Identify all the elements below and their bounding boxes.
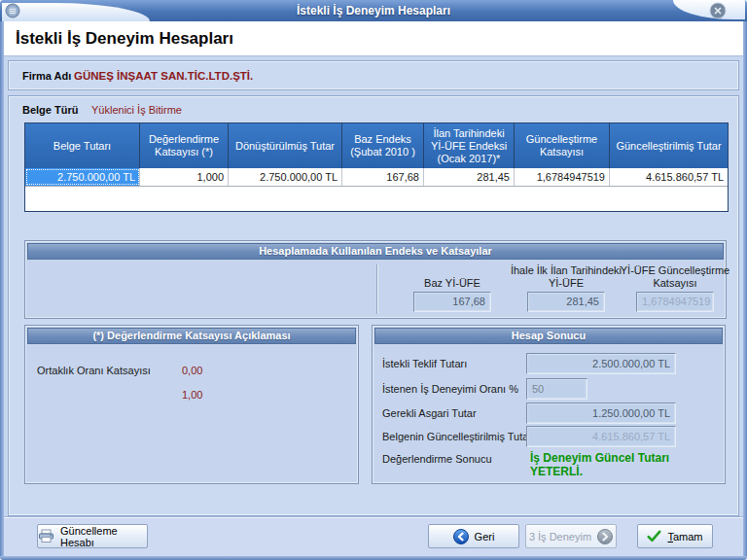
guncel-tutar-label: Belgenin Güncelleştirilmiş Tutarı (382, 426, 535, 447)
tamam-button[interactable]: Tamam (637, 524, 713, 548)
yiufe-katsayi-input: 1,6784947519 (636, 292, 714, 312)
window-menu-icon[interactable] (5, 3, 20, 18)
cell-guncellestirilmis-tutar[interactable]: 4.615.860,57 TL (610, 168, 728, 186)
baz-yiufe-field: Baz Yİ-ÜFE 167,68 (389, 262, 516, 312)
cell-degerlendirme-katsayisi[interactable]: 1,000 (140, 168, 229, 186)
main-panel: Belge Türü Yüklenici İş Bitirme Belge Tu… (8, 95, 739, 516)
guncel-tutar-input: 4.615.860,57 TL (526, 426, 676, 447)
window-border-right (743, 21, 747, 560)
endeks-group: Hesaplamada Kullanılan Endeks ve Katsayı… (24, 240, 727, 319)
ihale-ilan-yiufe-input[interactable]: 281,45 (527, 292, 605, 312)
asgari-tutar-label: Gerekli Asgari Tutar (382, 402, 477, 424)
table-header-row: Belge Tutarı Değerlendirme Katsayısı (*)… (25, 123, 728, 168)
deneyim-orani-input[interactable]: 50 (526, 378, 587, 400)
asgari-tutar-input[interactable]: 1.250.000,00 TL (526, 402, 676, 424)
is-deneyim-next-button: 3 İş Deneyim (525, 524, 617, 548)
table-empty-area (25, 187, 728, 211)
back-arrow-icon (453, 529, 469, 544)
katsayi-group: (*) Değerlendirme Katsayısı Açıklaması O… (24, 325, 359, 484)
experience-table: Belge Tutarı Değerlendirme Katsayısı (*)… (24, 122, 729, 212)
column-header: İlan Tarihindeki Yİ-ÜFE Endeksi (Ocak 20… (424, 123, 515, 168)
column-header: Güncelleştirme Katsayısı (515, 123, 610, 168)
belge-turu-value: Yüklenici İş Bitirme (91, 104, 182, 116)
firma-panel: Firma Adı GÜNEŞ İNŞAAT SAN.TİC.LTD.ŞTİ. (8, 60, 739, 90)
guncelleme-hesabi-label: Güncelleme Hesabı (60, 525, 147, 548)
app-window: İstekli İş Deneyim Hesapları İstekli İş … (0, 0, 747, 560)
belge-turu-label: Belge Türü (22, 104, 78, 116)
column-header: Güncelleştirilmiş Tutar (610, 123, 728, 168)
page-title: İstekli İş Deneyim Hesapları (16, 29, 233, 49)
cell-guncellestirme-katsayisi[interactable]: 1,6784947519 (515, 168, 610, 186)
deneyim-orani-inputwrap: 50 (526, 378, 587, 400)
window-border-bottom (0, 556, 747, 560)
cell-baz-endeks[interactable]: 167,68 (342, 168, 424, 186)
column-header: Baz Endeks (Şubat 2010 ) (342, 123, 424, 168)
teklif-tutari-inputwrap: 2.500.000,00 TL (526, 353, 676, 374)
degerlendirme-sonucu-value: İş Deneyim Güncel Tutarı YETERLİ. (530, 451, 725, 478)
ortaklik-orani-value-1: 0,00 (182, 365, 202, 376)
column-header: Dönüştürülmüş Tutar (229, 123, 342, 168)
column-header: Değerlendirme Katsayısı (*) (140, 123, 229, 168)
page-heading: İstekli İş Deneyim Hesapları (4, 21, 743, 56)
window-border-left (0, 21, 4, 560)
window-title: İstekli İş Deneyim Hesapları (0, 0, 747, 21)
degerlendirme-sonucu-label: Değerlendirme Sonucu (382, 448, 492, 470)
ortaklik-orani-label: Ortaklık Oranı Katsayısı (37, 365, 151, 376)
deneyim-orani-label: İstenen İş Deneyimi Oranı % (382, 378, 518, 400)
teklif-tutari-label: İstekli Teklif Tutarı (382, 353, 467, 374)
guncelleme-hesabi-button[interactable]: Güncelleme Hesabı (37, 524, 148, 548)
baz-yiufe-input[interactable]: 167,68 (413, 292, 491, 312)
titlebar: İstekli İş Deneyim Hesapları (0, 0, 747, 21)
is-deneyim-next-label: 3 İş Deneyim (529, 531, 591, 542)
cell-belge-tutari[interactable]: 2.750.000,00 TL (25, 168, 140, 186)
check-icon (647, 530, 661, 542)
baz-yiufe-label: Baz Yİ-ÜFE (389, 262, 516, 290)
tamam-label: Tamam (667, 531, 702, 542)
geri-label: Geri (475, 531, 495, 542)
hesap-group: Hesap Sonucu İstekli Teklif Tutarı 2.500… (372, 325, 726, 484)
cell-ilan-endeksi[interactable]: 281,45 (424, 168, 515, 186)
yiufe-katsayi-label: Yİ-ÜFE Güncelleştirme Katsayısı (611, 262, 739, 290)
geri-button[interactable]: Geri (428, 524, 519, 548)
firma-value: GÜNEŞ İNŞAAT SAN.TİC.LTD.ŞTİ. (74, 70, 253, 82)
footer-bar: Güncelleme Hesabı Geri 3 İş Deneyim (4, 516, 743, 556)
endeks-divider (376, 264, 377, 314)
teklif-tutari-input[interactable]: 2.500.000,00 TL (526, 353, 676, 374)
forward-arrow-icon (597, 529, 613, 544)
asgari-tutar-inputwrap: 1.250.000,00 TL (526, 402, 676, 424)
yiufe-katsayi-field: Yİ-ÜFE Güncelleştirme Katsayısı 1,678494… (611, 262, 739, 312)
cell-donusturulmus-tutar[interactable]: 2.750.000,00 TL (229, 168, 342, 186)
hesap-group-title: Hesap Sonucu (374, 328, 723, 344)
table-row[interactable]: 2.750.000,00 TL 1,000 2.750.000,00 TL 16… (25, 168, 728, 187)
column-header: Belge Tutarı (25, 123, 140, 168)
firma-label: Firma Adı (22, 70, 71, 82)
ortaklik-orani-value-2: 1,00 (182, 389, 202, 401)
printer-icon (38, 529, 54, 543)
close-icon[interactable] (709, 2, 727, 19)
guncel-tutar-inputwrap: 4.615.860,57 TL (526, 426, 676, 447)
katsayi-group-title: (*) Değerlendirme Katsayısı Açıklaması (27, 328, 356, 344)
endeks-group-title: Hesaplamada Kullanılan Endeks ve Katsayı… (27, 243, 724, 260)
